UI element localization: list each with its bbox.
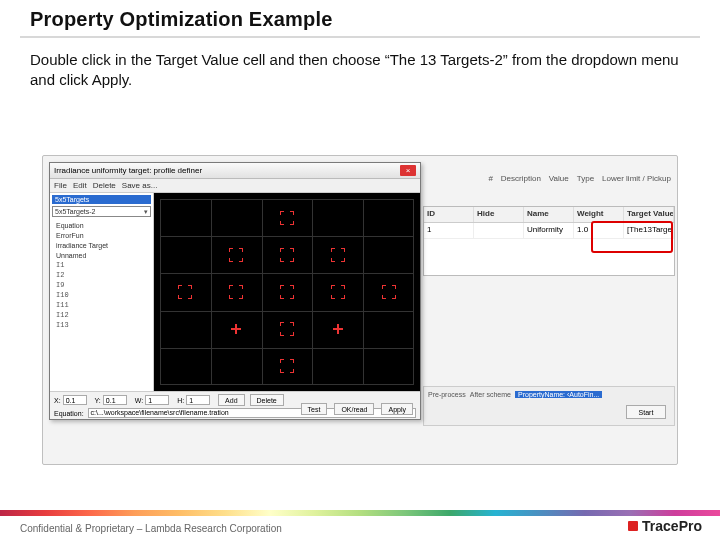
tree-item[interactable]: I2 bbox=[56, 270, 153, 280]
tree-item[interactable]: I9 bbox=[56, 280, 153, 290]
tree-item[interactable]: I13 bbox=[56, 320, 153, 330]
rainbow-divider bbox=[0, 510, 720, 516]
cell-id: 1 bbox=[424, 223, 474, 239]
target-icon bbox=[280, 285, 294, 299]
tab-after[interactable]: After scheme bbox=[470, 391, 511, 398]
th-hide: Hide bbox=[474, 207, 524, 222]
menu-saveas[interactable]: Save as... bbox=[122, 181, 158, 190]
tree-item[interactable]: Equation bbox=[56, 220, 153, 230]
dropdown-option[interactable]: 5x5Targets-2 ▾ bbox=[52, 206, 151, 217]
th-weight: Weight bbox=[574, 207, 624, 222]
tree-item[interactable]: Unnamed bbox=[56, 250, 153, 260]
tree-panel: 5x5Targets 5x5Targets-2 ▾ Equation Error… bbox=[50, 193, 154, 391]
tracepro-logo: TracePro bbox=[628, 518, 702, 534]
delete-button[interactable]: Delete bbox=[250, 394, 284, 406]
opt-bottom-panel: Pre-process After scheme PropertyName: ‹… bbox=[423, 386, 675, 426]
ok-button[interactable]: OK/read bbox=[334, 403, 374, 415]
dialog-body: 5x5Targets 5x5Targets-2 ▾ Equation Error… bbox=[50, 193, 420, 391]
menu-delete[interactable]: Delete bbox=[93, 181, 116, 190]
input-w[interactable]: 1 bbox=[145, 395, 169, 405]
label-h: H: bbox=[177, 397, 184, 404]
logo-prefix: Trace bbox=[642, 518, 679, 534]
menu-edit[interactable]: Edit bbox=[73, 181, 87, 190]
slide-footer: Confidential & Proprietary – Lambda Rese… bbox=[0, 496, 720, 540]
tab-pre[interactable]: Pre-process bbox=[428, 391, 466, 398]
dialog-action-buttons: Test OK/read Apply bbox=[301, 403, 416, 415]
targets-table: ID Hide Name Weight Target Value 1 Unifo… bbox=[423, 206, 675, 276]
th-id: ID bbox=[424, 207, 474, 222]
dialog-footer: X:0.1 Y:0.1 W:1 H:1 Add Delete Equation:… bbox=[50, 391, 420, 419]
profile-definer-dialog: Irradiance uniformity target: profile de… bbox=[49, 162, 421, 420]
label-x: X: bbox=[54, 397, 61, 404]
chevron-down-icon: ▾ bbox=[144, 208, 148, 216]
tree-item[interactable]: I12 bbox=[56, 310, 153, 320]
opt-col-val: Value bbox=[549, 174, 569, 183]
path-label: Equation: bbox=[54, 410, 84, 417]
tree-list: Equation ErrorFun irradiance Target Unna… bbox=[50, 220, 153, 330]
input-x[interactable]: 0.1 bbox=[63, 395, 87, 405]
target-grid-canvas[interactable] bbox=[154, 193, 420, 391]
opt-header-row: # Description Value Type Lower limit / P… bbox=[488, 174, 671, 183]
start-button[interactable]: Start bbox=[626, 405, 666, 419]
opt-col-desc: Description bbox=[501, 174, 541, 183]
screenshot-container: # Description Value Type Lower limit / P… bbox=[42, 155, 678, 465]
cell-name: Uniformity bbox=[524, 223, 574, 239]
tree-item[interactable]: ErrorFun bbox=[56, 230, 153, 240]
target-icon bbox=[229, 248, 243, 262]
menu-file[interactable]: File bbox=[54, 181, 67, 190]
tab-prop[interactable]: PropertyName: ‹AutoFin... bbox=[515, 391, 602, 398]
add-button[interactable]: Add bbox=[218, 394, 244, 406]
cell-target-value[interactable]: [The13Targets-2] bbox=[624, 223, 674, 239]
target-icon bbox=[280, 322, 294, 336]
th-target: Target Value bbox=[624, 207, 674, 222]
label-y: Y: bbox=[95, 397, 101, 404]
target-icon bbox=[229, 285, 243, 299]
dialog-title: Irradiance uniformity target: profile de… bbox=[54, 166, 202, 175]
opt-col-limit: Lower limit / Pickup bbox=[602, 174, 671, 183]
cell-weight: 1.0 bbox=[574, 223, 624, 239]
target-icon bbox=[382, 285, 396, 299]
close-icon[interactable]: × bbox=[400, 165, 416, 176]
target-grid bbox=[160, 199, 414, 385]
input-h[interactable]: 1 bbox=[186, 395, 210, 405]
dialog-menu: File Edit Delete Save as... bbox=[50, 179, 420, 193]
opt-col-num: # bbox=[488, 174, 492, 183]
dropdown-option-label: 5x5Targets-2 bbox=[55, 208, 95, 215]
th-name: Name bbox=[524, 207, 574, 222]
label-w: W: bbox=[135, 397, 143, 404]
opt-col-type: Type bbox=[577, 174, 594, 183]
tree-item[interactable]: I11 bbox=[56, 300, 153, 310]
title-bar: Property Optimization Example bbox=[0, 0, 720, 33]
target-icon bbox=[178, 285, 192, 299]
opt-tabs: Pre-process After scheme PropertyName: ‹… bbox=[424, 387, 674, 401]
target-icon bbox=[280, 248, 294, 262]
table-row[interactable]: 1 Uniformity 1.0 [The13Targets-2] bbox=[424, 223, 674, 239]
dropdown-selected[interactable]: 5x5Targets bbox=[52, 195, 151, 204]
table-header-row: ID Hide Name Weight Target Value bbox=[424, 207, 674, 223]
tree-item[interactable]: I1 bbox=[56, 260, 153, 270]
tree-item[interactable]: I10 bbox=[56, 290, 153, 300]
logo-suffix: Pro bbox=[679, 518, 702, 534]
input-y[interactable]: 0.1 bbox=[103, 395, 127, 405]
target-plus-icon bbox=[229, 322, 243, 336]
target-icon bbox=[331, 248, 345, 262]
slide-title: Property Optimization Example bbox=[30, 8, 696, 31]
apply-button[interactable]: Apply bbox=[381, 403, 413, 415]
logo-square-icon bbox=[628, 521, 638, 531]
target-icon bbox=[280, 359, 294, 373]
logo-text: TracePro bbox=[642, 518, 702, 534]
cell-hide bbox=[474, 223, 524, 239]
dialog-titlebar: Irradiance uniformity target: profile de… bbox=[50, 163, 420, 179]
instruction-text: Double click in the Target Value cell an… bbox=[0, 38, 720, 95]
confidential-text: Confidential & Proprietary – Lambda Rese… bbox=[20, 523, 282, 534]
slide-root: Property Optimization Example Double cli… bbox=[0, 0, 720, 540]
test-button[interactable]: Test bbox=[301, 403, 328, 415]
target-plus-icon bbox=[331, 322, 345, 336]
target-icon bbox=[280, 211, 294, 225]
target-icon bbox=[331, 285, 345, 299]
tree-item[interactable]: irradiance Target bbox=[56, 240, 153, 250]
